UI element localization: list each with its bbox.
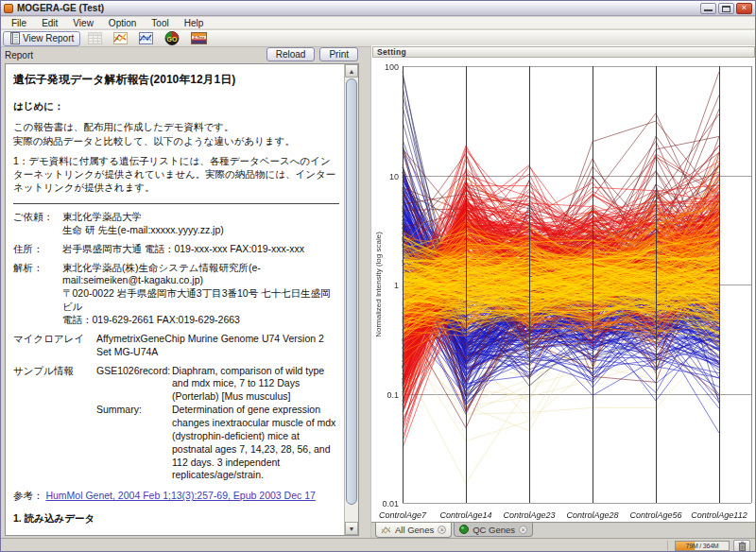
table-view-button[interactable] — [84, 31, 106, 46]
tab-all-genes[interactable]: All Genes× — [375, 523, 452, 538]
report-field-line: 生命 研 先生(e-mail:xxxxx.yyyy.zz.jp) — [62, 224, 339, 237]
print-button[interactable]: Print — [319, 47, 358, 61]
garbage-collect-button[interactable] — [733, 540, 750, 552]
report-subfield-label: Summary: — [96, 404, 172, 482]
report-subfield: GSE1026record:Diaphram, comparison of wi… — [96, 365, 339, 405]
scatter-plot-icon — [113, 32, 128, 44]
svg-text:Z-Test: Z-Test — [194, 35, 205, 40]
report-field-line: 東北化学薬品大学 — [62, 211, 339, 224]
close-button[interactable]: × — [736, 3, 752, 14]
report-field-value: GSE1026record:Diaphram, comparison of wi… — [96, 365, 339, 483]
window-title: MOGERA-GE (Test) — [17, 3, 696, 13]
app-window: MOGERA-GE (Test) × FileEditViewOptionToo… — [0, 0, 756, 552]
z-test-button[interactable]: Z-Test — [187, 31, 211, 46]
table-icon — [88, 32, 102, 44]
status-bar: 79M / 364M — [1, 538, 755, 552]
line-chart-icon — [139, 32, 153, 44]
report-paragraph: 参考： HumMol Genet, 2004 Feb 1;13(3):257-6… — [13, 490, 339, 503]
scroll-up-arrow[interactable]: ▲ — [345, 64, 358, 78]
report-field-value: 岩手県盛岡市大通 電話：019-xxx-xxx FAX:019-xxx-xxx — [62, 243, 339, 256]
minimize-button[interactable] — [700, 3, 716, 14]
go-analysis-button[interactable]: GO — [161, 31, 183, 46]
chart-tab-bar: All Genes×QC Genes× — [371, 522, 756, 538]
minimize-icon — [704, 9, 713, 11]
z-test-icon: Z-Test — [191, 32, 207, 44]
menu-help[interactable]: Help — [177, 18, 212, 28]
trash-icon — [738, 542, 747, 551]
report-subfield-label: GSE1026record: — [96, 365, 172, 405]
report-field: ご依頼：東北化学薬品大学生命 研 先生(e-mail:xxxxx.yyyy.zz… — [13, 211, 339, 237]
report-paragraph: 実際の納品データと比較して、以下のような違いがあります。 — [13, 135, 339, 148]
report-pane-title: Report — [5, 50, 33, 60]
report-divider — [13, 203, 339, 204]
view-report-button[interactable]: View Report — [3, 31, 80, 46]
memory-indicator[interactable]: 79M / 364M — [675, 541, 730, 551]
report-pane: Report Reload Print 遺伝子発現データ解析報告(2010年12… — [1, 47, 370, 538]
report-paragraph: この報告書は、配布用に作成したデモ資料です。 — [13, 121, 339, 134]
menu-file[interactable]: File — [4, 18, 34, 28]
tab-qc-genes[interactable]: QC Genes× — [454, 523, 533, 537]
title-bar[interactable]: MOGERA-GE (Test) × — [1, 1, 755, 16]
report-subfield: Summary:Determination of gene expression… — [96, 404, 339, 482]
report-content: 遺伝子発現データ解析報告(2010年12月1日)はじめに：この報告書は、配布用に… — [6, 64, 343, 535]
report-field: サンプル情報GSE1026record:Diaphram, comparison… — [13, 365, 339, 483]
statusbar-divider — [667, 541, 668, 551]
scrollbar-thumb[interactable] — [346, 78, 357, 505]
report-field: 住所：岩手県盛岡市大通 電話：019-xxx-xxx FAX:019-xxx-x… — [13, 243, 339, 256]
view-report-label: View Report — [23, 33, 74, 43]
report-scrollbar[interactable]: ▲ ▼ — [344, 64, 358, 535]
chart-lines-icon — [381, 526, 391, 535]
window-controls: × — [700, 3, 752, 14]
reload-button[interactable]: Reload — [266, 47, 316, 61]
report-paragraph: 1：デモ資料に付属する遺伝子リストには、各種データベースへのインターネットリンク… — [13, 155, 339, 195]
menu-view[interactable]: View — [65, 18, 101, 28]
report-field-value: 東北化学薬品大学生命 研 先生(e-mail:xxxxx.yyyy.zz.jp) — [62, 211, 339, 237]
report-field: 解析：東北化学薬品(株)生命システム情報研究所(e-mail:seimeiken… — [13, 262, 339, 327]
go-icon: GO — [164, 31, 180, 45]
report-paragraph: はじめに： — [13, 100, 339, 113]
app-icon — [4, 4, 13, 13]
report-field-label: 解析： — [13, 262, 62, 327]
report-pane-header: Report Reload Print — [1, 47, 370, 63]
report-field-line: AffymetrixGeneChip Murine Genome U74 Ver… — [96, 333, 339, 359]
report-field: マイクロアレイAffymetrixGeneChip Murine Genome … — [13, 333, 339, 359]
tab-label: All Genes — [395, 525, 434, 535]
tab-close-icon[interactable]: × — [438, 526, 446, 534]
report-paragraph: 1. 読み込みデータ — [13, 512, 339, 526]
report-paragraph: GSE1026 — [13, 533, 339, 535]
memory-usage-label: 79M / 364M — [676, 543, 729, 549]
svg-text:GO: GO — [167, 36, 178, 43]
maximize-icon — [722, 6, 730, 12]
menu-option[interactable]: Option — [101, 18, 144, 28]
maximize-button[interactable] — [718, 3, 734, 14]
report-field-label: ご依頼： — [13, 211, 62, 237]
report-field-line: 東北化学薬品(株)生命システム情報研究所(e-mail:seimeiken@t-… — [62, 262, 339, 288]
report-field-value: 東北化学薬品(株)生命システム情報研究所(e-mail:seimeiken@t-… — [62, 262, 339, 327]
setting-panel-title: Setting — [377, 47, 406, 57]
report-subfield-value: Diaphram, comparison of wild type and md… — [172, 365, 339, 405]
menu-bar: FileEditViewOptionToolHelp — [1, 17, 755, 29]
report-field-line: 〒020-0022 岩手県盛岡市大通3丁目3番10号 七十七日生盛岡ビル — [62, 287, 339, 314]
parallel-coordinates-chart[interactable] — [373, 59, 755, 529]
report-document[interactable]: 遺伝子発現データ解析報告(2010年12月1日)はじめに：この報告書は、配布用に… — [5, 63, 359, 536]
setting-panel-header[interactable]: Setting — [372, 46, 755, 58]
report-field-label: マイクロアレイ — [13, 333, 96, 359]
report-field-label: 住所： — [13, 243, 62, 256]
report-document-icon — [9, 32, 20, 44]
menu-edit[interactable]: Edit — [34, 18, 65, 28]
report-paragraph: 遺伝子発現データ解析報告(2010年12月1日) — [13, 73, 339, 88]
menu-tool[interactable]: Tool — [144, 18, 176, 28]
scatter-plot-button[interactable] — [110, 31, 131, 46]
report-field-label: サンプル情報 — [13, 365, 96, 483]
report-subfield-value: Determination of gene expression changes… — [172, 404, 339, 482]
line-chart-button[interactable] — [135, 31, 157, 46]
qc-ball-icon — [459, 525, 469, 534]
chart-pane: Setting All Genes×QC Genes× — [370, 45, 756, 538]
report-link[interactable]: HumMol Genet, 2004 Feb 1;13(3):257-69, E… — [45, 490, 315, 501]
report-field-line: 岩手県盛岡市大通 電話：019-xxx-xxx FAX:019-xxx-xxx — [62, 243, 339, 256]
tab-label: QC Genes — [472, 525, 515, 535]
scroll-down-arrow[interactable]: ▼ — [345, 522, 358, 535]
tab-close-icon[interactable]: × — [519, 526, 527, 534]
report-field-line: 電話：019-629-2661 FAX:019-629-2663 — [62, 314, 339, 327]
report-field-value: AffymetrixGeneChip Murine Genome U74 Ver… — [96, 333, 339, 359]
